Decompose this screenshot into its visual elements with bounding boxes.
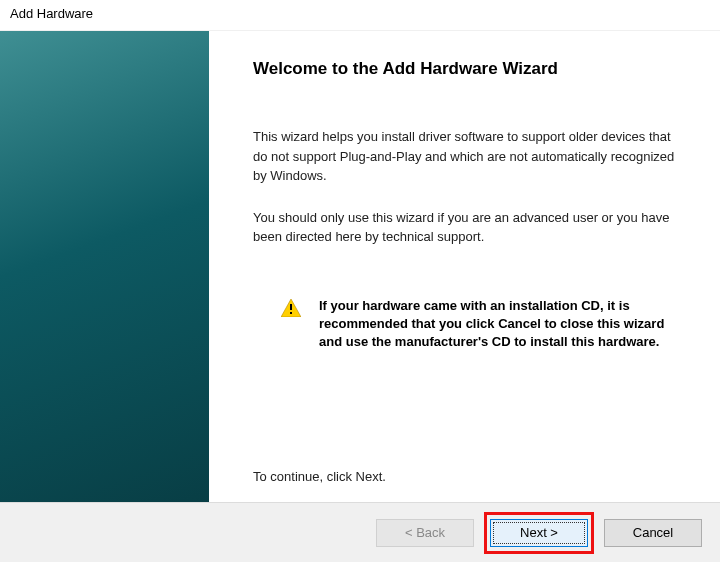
wizard-side-image xyxy=(0,31,209,502)
warning-icon xyxy=(281,299,301,317)
wizard-button-row: < Back Next > Cancel xyxy=(0,502,720,562)
back-button: < Back xyxy=(376,519,474,547)
wizard-body: Welcome to the Add Hardware Wizard This … xyxy=(0,30,720,502)
wizard-content: Welcome to the Add Hardware Wizard This … xyxy=(209,31,720,502)
next-button-highlight: Next > xyxy=(484,512,594,554)
wizard-paragraph-2: You should only use this wizard if you a… xyxy=(253,208,682,247)
window-title: Add Hardware xyxy=(0,0,720,30)
wizard-heading: Welcome to the Add Hardware Wizard xyxy=(253,59,682,79)
cancel-button[interactable]: Cancel xyxy=(604,519,702,547)
wizard-notice: If your hardware came with an installati… xyxy=(253,297,682,352)
next-button[interactable]: Next > xyxy=(490,519,588,547)
wizard-paragraph-1: This wizard helps you install driver sof… xyxy=(253,127,682,186)
svg-rect-1 xyxy=(290,304,292,310)
continue-hint: To continue, click Next. xyxy=(253,469,682,492)
wizard-notice-text: If your hardware came with an installati… xyxy=(319,297,682,352)
svg-rect-2 xyxy=(290,312,292,314)
